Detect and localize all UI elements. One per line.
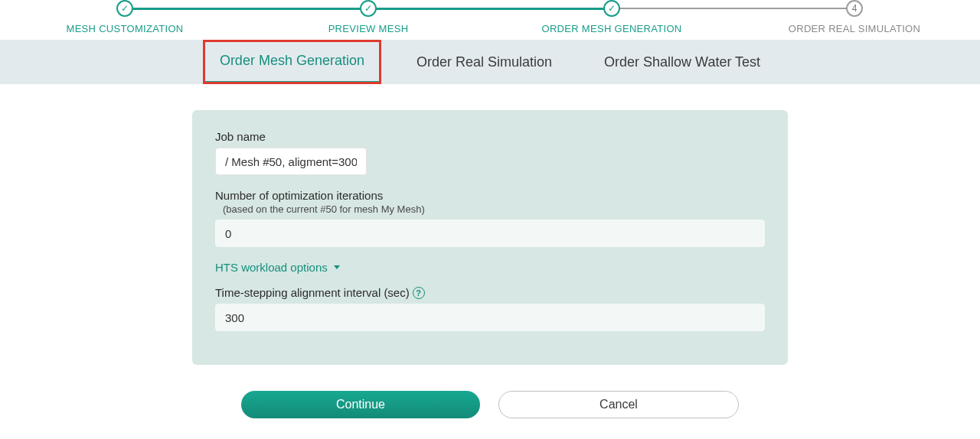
order-form-card: Job name Number of optimization iteratio…	[192, 110, 788, 365]
hts-label: HTS workload options	[215, 261, 328, 274]
step-label-2: PREVIEW MESH	[328, 23, 409, 34]
step-label-1: MESH CUSTOMIZATION	[67, 23, 184, 34]
step-number: 4	[852, 3, 858, 14]
iters-label: Number of optimization iterations	[215, 189, 765, 202]
step-node-1[interactable]: ✓	[116, 0, 133, 17]
tab-order-shallow-water-test[interactable]: Order Shallow Water Test	[587, 40, 777, 84]
chevron-down-icon	[332, 261, 341, 274]
actions-row: Continue Cancel	[192, 391, 788, 418]
ts-interval-input[interactable]	[215, 304, 765, 331]
step-label-3: ORDER MESH GENERATION	[541, 23, 681, 34]
ts-label: Time-stepping alignment interval (sec)	[215, 286, 410, 299]
tab-order-mesh-generation[interactable]: Order Mesh Generation	[203, 40, 381, 84]
cancel-button[interactable]: Cancel	[498, 391, 739, 418]
help-icon[interactable]: ?	[413, 287, 425, 299]
step-node-4[interactable]: 4	[846, 0, 863, 17]
ts-label-row: Time-stepping alignment interval (sec) ?	[215, 286, 765, 299]
iters-sublabel: (based on the current #50 for mesh My Me…	[215, 203, 765, 215]
tab-order-real-simulation[interactable]: Order Real Simulation	[400, 40, 569, 84]
stepper-connector	[612, 8, 854, 9]
check-icon: ✓	[364, 3, 372, 14]
stepper-connector	[368, 8, 612, 10]
iters-input[interactable]	[215, 220, 765, 247]
stepper-connector	[125, 8, 368, 10]
step-label-4: ORDER REAL SIMULATION	[789, 23, 920, 34]
jobname-label: Job name	[215, 130, 765, 143]
jobname-input[interactable]	[215, 148, 367, 175]
step-node-3[interactable]: ✓	[603, 0, 620, 17]
continue-button[interactable]: Continue	[241, 391, 480, 418]
check-icon: ✓	[121, 3, 129, 14]
hts-workload-toggle[interactable]: HTS workload options	[215, 261, 765, 274]
stepper: ✓ MESH CUSTOMIZATION ✓ PREVIEW MESH ✓ OR…	[0, 0, 980, 40]
tabs-bar: Order Mesh Generation Order Real Simulat…	[0, 40, 980, 84]
svg-marker-0	[334, 265, 340, 269]
check-icon: ✓	[608, 3, 616, 14]
step-node-2[interactable]: ✓	[360, 0, 377, 17]
